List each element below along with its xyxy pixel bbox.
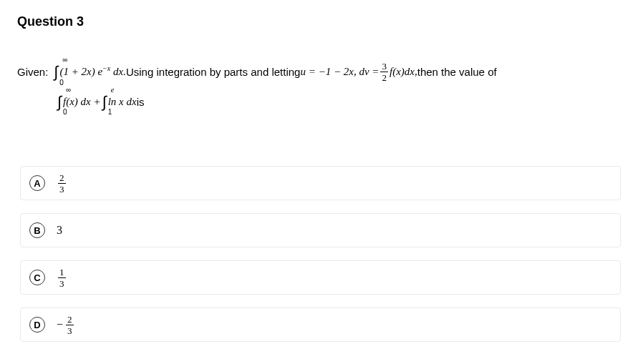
question-title: Question 3 [17, 14, 621, 29]
option-value-d: − 2 3 [57, 315, 75, 335]
given-label: Given: [17, 62, 48, 82]
using-text: Using integration by parts and letting [126, 62, 300, 82]
option-letter-c: C [29, 270, 45, 285]
option-value-c: 1 3 [57, 267, 67, 288]
option-d[interactable]: D − 2 3 [20, 308, 621, 342]
u-dv-eq: u = −1 − 2x, dv = [300, 62, 379, 82]
question-stem: Given: ∫ ∞ 0 (1 + 2x) e−x dx. Using inte… [17, 58, 621, 116]
integral-2: ∫ ∞ 0 [57, 88, 62, 117]
option-value-b: 3 [57, 224, 62, 237]
option-letter-a: A [29, 175, 45, 191]
integral-3: ∫ e 1 [102, 88, 107, 117]
then-text: then the value of [417, 62, 497, 82]
integral-1: ∫ ∞ 0 [54, 58, 58, 87]
option-value-a: 2 3 [57, 173, 67, 194]
option-letter-b: B [29, 222, 45, 238]
option-a[interactable]: A 2 3 [20, 166, 621, 200]
frac-3-2: 3 2 [380, 62, 388, 82]
option-b[interactable]: B 3 [20, 213, 621, 247]
options-list: A 2 3 B 3 C 1 3 D − 2 3 [17, 166, 621, 342]
option-c[interactable]: C 1 3 [20, 260, 621, 295]
option-letter-d: D [29, 317, 45, 333]
fx-dx: f(x)dx, [390, 62, 417, 82]
integrand-1: (1 + 2x) e−x dx. [59, 62, 126, 82]
is-text: is [137, 92, 145, 112]
